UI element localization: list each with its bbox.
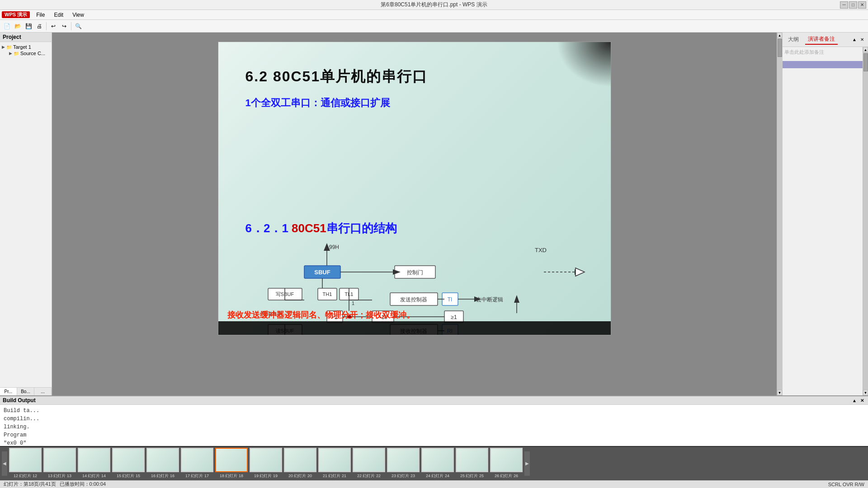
thumb-scroll-left[interactable]: ◀ — [2, 451, 7, 476]
slide-scrollbar[interactable]: ▲ ▼ — [777, 33, 782, 395]
redo-button[interactable]: ↪ — [59, 21, 69, 31]
thumbnail-1[interactable] — [43, 448, 76, 472]
right-scroll-down[interactable]: ▼ — [863, 390, 868, 395]
build-output-title: Build Output — [3, 397, 36, 404]
thumbnail-7[interactable] — [250, 448, 282, 472]
tree-item-source[interactable]: ▶ 📁 Source C... — [2, 50, 50, 56]
scroll-down-arrow[interactable]: ▼ — [777, 390, 782, 395]
wps-logo: WPS 演示 — [2, 11, 30, 18]
svg-text:去中断逻辑: 去中断逻辑 — [476, 296, 503, 303]
slide-title: 6.2 80C51单片机的串行口 — [245, 67, 428, 87]
panel-collapse-button[interactable]: ▲ — [851, 37, 858, 43]
tab-books[interactable]: Bo... — [17, 388, 34, 395]
thumbnail-label-8: 20 幻灯片 20 — [288, 473, 312, 479]
source-folder-icon: 📁 — [14, 51, 19, 56]
slide-wrapper: 6.2 80C51单片机的串行口 1个全双工串口：通信或接口扩展 6．2．1 8… — [218, 42, 611, 335]
thumbnail-bg-9 — [319, 449, 350, 471]
tab-extra[interactable]: ... — [34, 388, 52, 395]
thumbnail-3[interactable] — [112, 448, 145, 472]
build-collapse-btn[interactable]: ▲ — [851, 397, 858, 404]
thumbnail-bg-10 — [354, 449, 384, 471]
svg-rect-38 — [268, 324, 302, 335]
menu-view[interactable]: View — [70, 12, 87, 18]
thumbnail-0[interactable] — [9, 448, 42, 472]
slide[interactable]: 6.2 80C51单片机的串行口 1个全双工串口：通信或接口扩展 6．2．1 8… — [218, 42, 611, 335]
slide-caption: 接收发送缓冲器逻辑同名、物理分开；接收双缓冲。 — [227, 310, 602, 320]
thumbnail-11[interactable] — [387, 448, 420, 472]
thumbnail-label-1: 13 幻灯片 13 — [48, 473, 71, 479]
thumbnail-14[interactable] — [490, 448, 523, 472]
right-scroll-thumb[interactable] — [863, 53, 868, 71]
right-scroll-up[interactable]: ▲ — [863, 47, 868, 52]
scroll-up-arrow[interactable]: ▲ — [777, 33, 782, 38]
main-area: Project ▶ 📁 Target 1 ▶ 📁 Source C... Pr.… — [0, 33, 868, 395]
thumbnail-label-11: 23 幻灯片 23 — [392, 473, 415, 479]
svg-text:TH1: TH1 — [322, 291, 332, 297]
tree-item-target1[interactable]: ▶ 📁 Target 1 — [2, 44, 50, 50]
thumbnail-bg-3 — [113, 449, 144, 471]
thumbnail-wrapper-10: 22 幻灯片 22 — [353, 448, 385, 479]
tab-project[interactable]: Pr... — [0, 388, 17, 395]
svg-rect-40 — [442, 324, 458, 335]
slide-container: 6.2 80C51单片机的串行口 1个全双工串口：通信或接口扩展 6．2．1 8… — [52, 33, 777, 395]
svg-text:TI: TI — [447, 296, 452, 303]
status-right: SCRL OVR R/W — [828, 482, 864, 487]
thumbnail-label-3: 15 幻灯片 15 — [117, 473, 140, 479]
new-button[interactable]: 📄 — [2, 21, 12, 31]
right-panel-header: 大纲 演讲者备注 ▲ ✕ — [783, 33, 868, 47]
thumbnail-4[interactable] — [146, 448, 179, 472]
undo-button[interactable]: ↩ — [48, 21, 58, 31]
thumbnail-bg-2 — [79, 449, 109, 471]
thumbnail-wrapper-5: 17 幻灯片 17 — [181, 448, 213, 479]
panel-close-button[interactable]: ✕ — [859, 37, 865, 43]
right-scroll-area[interactable]: ▲ ▼ — [863, 47, 868, 395]
zoom-in-button[interactable]: 🔍 — [73, 21, 83, 31]
build-line-4: Program — [4, 431, 864, 439]
close-button[interactable]: ✕ — [858, 1, 866, 9]
thumbnail-label-5: 17 幻灯片 17 — [185, 473, 209, 479]
thumbnail-label-10: 22 幻灯片 22 — [357, 473, 381, 479]
scroll-thumb[interactable] — [778, 39, 782, 57]
title-bar: 第6章80C51单片机的串行口.ppt - WPS 演示 ─ □ ✕ — [0, 0, 868, 10]
build-close-btn[interactable]: ✕ — [859, 397, 865, 404]
thumbnail-wrapper-0: 12 幻灯片 12 — [9, 448, 42, 479]
thumbnail-wrapper-1: 13 幻灯片 13 — [43, 448, 76, 479]
slide-section-title: 6．2．1 80C51串行口的结构 — [245, 221, 397, 236]
svg-text:发送控制器: 发送控制器 — [400, 296, 427, 303]
save-button[interactable]: 💾 — [24, 21, 33, 31]
source-arrow-icon: ▶ — [9, 51, 12, 56]
maximize-button[interactable]: □ — [849, 1, 857, 9]
svg-marker-23 — [514, 295, 519, 303]
thumbnail-12[interactable] — [421, 448, 454, 472]
svg-text:控制门: 控制门 — [407, 269, 423, 276]
minimize-button[interactable]: ─ — [840, 1, 848, 9]
thumbnail-bg-5 — [182, 449, 212, 471]
open-button[interactable]: 📂 — [13, 21, 23, 31]
tab-outline[interactable]: 大纲 — [785, 35, 802, 44]
menu-file[interactable]: File — [33, 12, 47, 18]
play-time: 已播放时间：0:00:04 — [60, 481, 106, 488]
thumbnail-13[interactable] — [456, 448, 488, 472]
build-line-3: linking. — [4, 423, 864, 431]
thumbnail-6[interactable] — [215, 448, 248, 472]
thumbnail-wrapper-8: 20 幻灯片 20 — [284, 448, 316, 479]
menu-edit[interactable]: Edit — [51, 12, 66, 18]
right-scroll-track — [863, 52, 868, 390]
thumbnail-8[interactable] — [284, 448, 316, 472]
left-panel: Project ▶ 📁 Target 1 ▶ 📁 Source C... Pr.… — [0, 33, 52, 395]
folder-icon: 📁 — [6, 45, 12, 50]
thumbnail-10[interactable] — [353, 448, 385, 472]
expand-arrow-icon: ▶ — [2, 45, 5, 49]
thumb-scroll-right[interactable]: ▶ — [524, 451, 530, 476]
slide-thumbnails-bar: ◀ 12 幻灯片 1213 幻灯片 1314 幻灯片 1415 幻灯片 1516… — [0, 446, 868, 480]
svg-rect-36 — [390, 324, 438, 335]
print-button[interactable]: 🖨 — [34, 21, 44, 31]
window-controls: ─ □ ✕ — [840, 1, 868, 9]
thumbnail-2[interactable] — [78, 448, 110, 472]
thumbnail-5[interactable] — [181, 448, 213, 472]
thumbnail-9[interactable] — [318, 448, 351, 472]
circuit-diagram: 99H SBUF 写SBUF TH1 — [250, 241, 589, 335]
tab-notes[interactable]: 演讲者备注 — [805, 34, 838, 45]
svg-text:1: 1 — [352, 300, 354, 306]
thumbnail-wrapper-14: 26 幻灯片 26 — [490, 448, 523, 479]
